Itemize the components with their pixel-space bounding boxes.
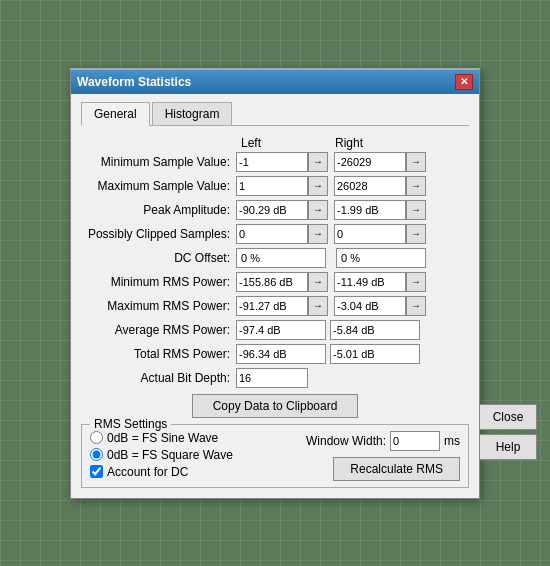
radio-sine-wave[interactable] [90,431,103,444]
rms-settings-section: RMS Settings 0dB = FS Sine Wave 0dB = FS… [81,424,469,488]
dc-offset-right-value: 0 % [336,248,426,268]
peak-amp-left-input[interactable] [236,200,308,220]
clipped-samples-label: Possibly Clipped Samples: [81,227,236,241]
waveform-statistics-dialog: Waveform Statistics ✕ General Histogram … [70,68,480,499]
col-right: Right [335,136,425,150]
window-unit-label: ms [444,434,460,448]
max-rms-right-arrow[interactable]: → [406,296,426,316]
min-sample-right-input[interactable] [334,152,406,172]
max-rms-right-input[interactable] [334,296,406,316]
max-sample-left-input[interactable] [236,176,308,196]
min-rms-left-input[interactable] [236,272,308,292]
bit-depth-input[interactable] [236,368,308,388]
min-sample-right-arrow[interactable]: → [406,152,426,172]
rms-right-options: Window Width: ms Recalculate RMS [306,431,460,481]
clipped-right-arrow[interactable]: → [406,224,426,244]
max-rms-label: Maximum RMS Power: [81,299,236,313]
row-max-sample: Maximum Sample Value: → → [81,176,469,196]
tab-histogram[interactable]: Histogram [152,102,233,125]
peak-amp-right-arrow[interactable]: → [406,200,426,220]
close-icon[interactable]: ✕ [455,74,473,90]
avg-rms-left-input[interactable] [236,320,326,340]
bit-depth-label: Actual Bit Depth: [81,371,236,385]
row-min-rms: Minimum RMS Power: → → [81,272,469,292]
rms-settings-legend: RMS Settings [90,417,171,431]
max-rms-left-input[interactable] [236,296,308,316]
min-rms-right-arrow[interactable]: → [406,272,426,292]
row-bit-depth: Actual Bit Depth: [81,368,469,388]
close-button[interactable]: Close [479,404,537,430]
tab-bar: General Histogram [81,102,469,126]
max-sample-label: Maximum Sample Value: [81,179,236,193]
window-width-input[interactable] [390,431,440,451]
title-bar: Waveform Statistics ✕ [71,70,479,94]
max-sample-left-arrow[interactable]: → [308,176,328,196]
max-sample-right-arrow[interactable]: → [406,176,426,196]
avg-rms-label: Average RMS Power: [81,323,236,337]
dc-offset-label: DC Offset: [81,251,236,265]
peak-amp-left-arrow[interactable]: → [308,200,328,220]
help-button[interactable]: Help [479,434,537,460]
total-rms-label: Total RMS Power: [81,347,236,361]
radio-square-label: 0dB = FS Square Wave [107,448,233,462]
dc-offset-left-value: 0 % [236,248,326,268]
peak-amp-right-input[interactable] [334,200,406,220]
radio-square-wave[interactable] [90,448,103,461]
dialog-title: Waveform Statistics [77,75,191,89]
min-rms-label: Minimum RMS Power: [81,275,236,289]
row-clipped-samples: Possibly Clipped Samples: → → [81,224,469,244]
window-width-label: Window Width: [306,434,386,448]
max-rms-left-arrow[interactable]: → [308,296,328,316]
min-sample-label: Minimum Sample Value: [81,155,236,169]
recalculate-rms-button[interactable]: Recalculate RMS [333,457,460,481]
row-min-sample: Minimum Sample Value: → → [81,152,469,172]
radio-sine-label: 0dB = FS Sine Wave [107,431,218,445]
avg-rms-right-input[interactable] [330,320,420,340]
max-sample-right-input[interactable] [334,176,406,196]
clipped-left-input[interactable] [236,224,308,244]
clipped-right-input[interactable] [334,224,406,244]
min-rms-left-arrow[interactable]: → [308,272,328,292]
min-sample-left-input[interactable] [236,152,308,172]
min-sample-left-arrow[interactable]: → [308,152,328,172]
total-rms-left-input[interactable] [236,344,326,364]
copy-data-button[interactable]: Copy Data to Clipboard [192,394,359,418]
peak-amplitude-label: Peak Amplitude: [81,203,236,217]
min-rms-right-input[interactable] [334,272,406,292]
rms-left-options: 0dB = FS Sine Wave 0dB = FS Square Wave … [90,431,233,479]
row-total-rms: Total RMS Power: [81,344,469,364]
checkbox-dc-label: Account for DC [107,465,188,479]
clipped-left-arrow[interactable]: → [308,224,328,244]
total-rms-right-input[interactable] [330,344,420,364]
col-left: Left [241,136,331,150]
tab-general[interactable]: General [81,102,150,126]
checkbox-account-dc[interactable] [90,465,103,478]
row-max-rms: Maximum RMS Power: → → [81,296,469,316]
row-dc-offset: DC Offset: 0 % 0 % [81,248,469,268]
row-avg-rms: Average RMS Power: [81,320,469,340]
row-peak-amplitude: Peak Amplitude: → → [81,200,469,220]
